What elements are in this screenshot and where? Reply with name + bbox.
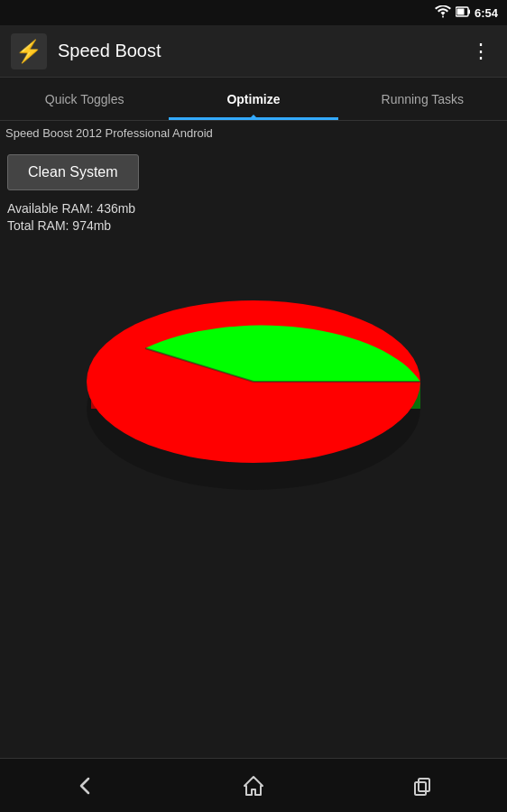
pie-chart-container bbox=[7, 251, 500, 503]
lightning-icon: ⚡ bbox=[15, 39, 42, 64]
status-bar: 6:54 bbox=[0, 0, 507, 25]
status-time: 6:54 bbox=[475, 6, 498, 20]
svg-rect-1 bbox=[468, 9, 470, 14]
svg-rect-9 bbox=[419, 779, 429, 791]
app-icon: ⚡ bbox=[11, 33, 47, 69]
tab-optimize[interactable]: Optimize bbox=[169, 78, 337, 120]
wifi-icon bbox=[435, 5, 451, 21]
overflow-menu-button[interactable]: ⋮ bbox=[466, 36, 496, 67]
recent-apps-button[interactable] bbox=[400, 768, 445, 804]
app-title: Speed Boost bbox=[58, 41, 466, 61]
home-button[interactable] bbox=[231, 768, 276, 804]
subtitle: Speed Boost 2012 Professional Android bbox=[0, 121, 507, 145]
pie-chart bbox=[64, 251, 443, 503]
tab-quick-toggles[interactable]: Quick Toggles bbox=[0, 78, 169, 120]
tab-bar: Quick Toggles Optimize Running Tasks bbox=[0, 78, 507, 121]
total-ram: Total RAM: 974mb bbox=[7, 218, 500, 233]
back-icon bbox=[72, 773, 97, 798]
back-button[interactable] bbox=[62, 768, 107, 804]
svg-marker-7 bbox=[244, 777, 263, 795]
tab-active-indicator bbox=[169, 117, 337, 120]
svg-rect-2 bbox=[456, 8, 464, 14]
home-icon bbox=[241, 773, 266, 798]
clean-system-button[interactable]: Clean System bbox=[7, 154, 139, 190]
svg-rect-8 bbox=[415, 782, 426, 795]
tab-running-tasks[interactable]: Running Tasks bbox=[338, 78, 507, 120]
available-ram: Available RAM: 436mb bbox=[7, 201, 500, 216]
nav-bar bbox=[0, 758, 507, 812]
main-content: Clean System Available RAM: 436mb Total … bbox=[0, 145, 507, 512]
title-bar: ⚡ Speed Boost ⋮ bbox=[0, 25, 507, 78]
battery-icon bbox=[456, 6, 470, 20]
status-icons: 6:54 bbox=[435, 5, 498, 21]
recent-apps-icon bbox=[410, 773, 435, 798]
